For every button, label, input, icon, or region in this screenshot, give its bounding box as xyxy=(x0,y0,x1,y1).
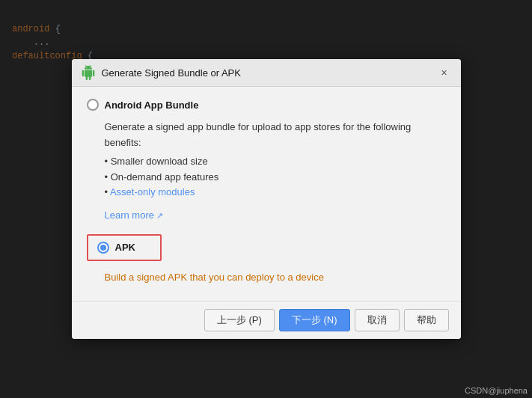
learn-more-link[interactable]: Learn more xyxy=(105,209,164,221)
help-button[interactable]: 帮助 xyxy=(404,309,449,331)
bundle-description: Generate a signed app bundle for upload … xyxy=(105,120,446,224)
bullet-asset-only: Asset-only modules xyxy=(105,185,446,200)
dialog-title: Generate Signed Bundle or APK xyxy=(102,67,431,79)
next-button[interactable]: 下一步 (N) xyxy=(279,309,350,331)
cancel-button[interactable]: 取消 xyxy=(355,309,400,331)
dialog-body: Android App Bundle Generate a signed app… xyxy=(72,87,461,301)
close-button[interactable]: × xyxy=(437,65,452,80)
bundle-radio-label: Android App Bundle xyxy=(105,100,199,111)
bullet-smaller-download: Smaller download size xyxy=(105,154,446,170)
dialog-title-bar: Generate Signed Bundle or APK × xyxy=(72,59,461,87)
apk-section-box[interactable]: APK xyxy=(87,234,162,261)
back-button[interactable]: 上一步 (P) xyxy=(204,309,275,331)
bundle-bullet-list: Smaller download size On-demand app feat… xyxy=(105,154,446,200)
android-icon xyxy=(81,65,96,80)
watermark: CSDN@jiuphena xyxy=(465,386,528,395)
apk-radio-circle[interactable] xyxy=(97,242,109,254)
bullet-on-demand: On-demand app features xyxy=(105,170,446,186)
generate-signed-dialog: Generate Signed Bundle or APK × Android … xyxy=(72,59,461,339)
apk-description: Build a signed APK that you can deploy t… xyxy=(105,272,446,283)
bundle-radio-option[interactable]: Android App Bundle xyxy=(87,99,446,111)
dialog-footer: 上一步 (P) 下一步 (N) 取消 帮助 xyxy=(72,301,461,339)
bundle-radio-circle[interactable] xyxy=(87,99,99,111)
bundle-description-intro: Generate a signed app bundle for upload … xyxy=(105,120,446,151)
apk-radio-label: APK xyxy=(115,242,135,253)
